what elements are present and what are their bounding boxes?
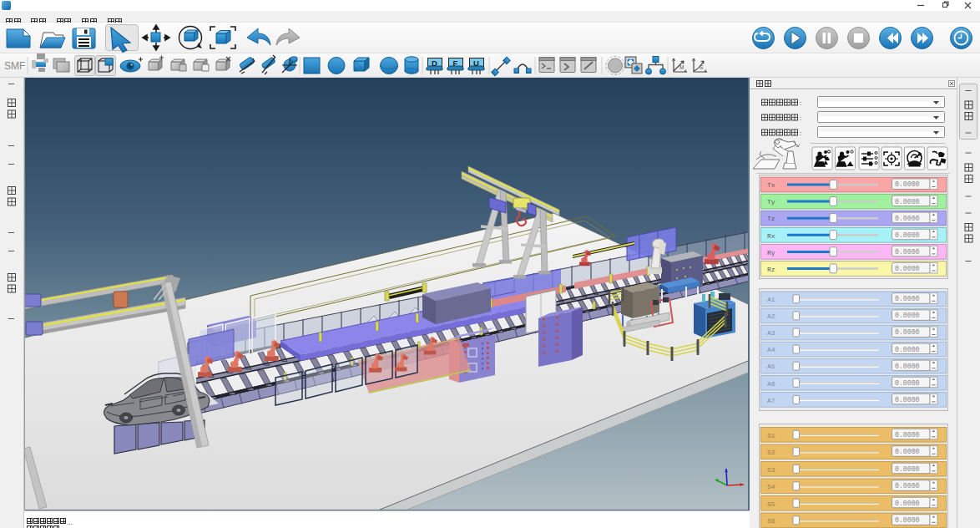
svg-text:0.0000: 0.0000 [895, 379, 920, 387]
svg-text:M: M [679, 64, 684, 70]
svg-text:A7: A7 [767, 397, 775, 404]
svg-text:F: F [453, 58, 458, 68]
svg-text:0.0000: 0.0000 [895, 482, 920, 490]
svg-text:0.0000: 0.0000 [895, 465, 920, 473]
svg-text:S3: S3 [767, 466, 775, 474]
svg-text:0.0000: 0.0000 [895, 198, 920, 206]
svg-text:0.0000: 0.0000 [895, 431, 920, 439]
svg-text:0.0000: 0.0000 [895, 346, 920, 353]
svg-text:S4: S4 [767, 483, 775, 490]
svg-text:A2: A2 [767, 312, 775, 320]
svg-text:D: D [432, 58, 437, 68]
svg-text:0.0000: 0.0000 [895, 396, 920, 404]
svg-text:SMF: SMF [4, 60, 25, 72]
svg-text:S1: S1 [767, 432, 775, 439]
svg-text:Ty: Ty [767, 198, 775, 206]
svg-text:0.0000: 0.0000 [895, 265, 920, 272]
svg-text:A6: A6 [767, 380, 775, 388]
svg-text:A4: A4 [767, 346, 775, 353]
svg-text:S5: S5 [767, 500, 775, 508]
svg-text:Ry: Ry [767, 249, 775, 256]
svg-text:Rx: Rx [767, 232, 775, 240]
svg-text:0.0000: 0.0000 [895, 231, 920, 239]
svg-text:A5: A5 [767, 363, 775, 370]
svg-text::: : [800, 99, 801, 107]
svg-text:0.0000: 0.0000 [895, 312, 920, 319]
svg-text:0.0000: 0.0000 [895, 328, 920, 336]
svg-text:S2: S2 [767, 449, 775, 456]
svg-text:A3: A3 [767, 329, 775, 337]
svg-text:Tx: Tx [767, 181, 775, 189]
svg-text:0.0000: 0.0000 [895, 363, 920, 370]
svg-text:0.0000: 0.0000 [895, 448, 920, 455]
svg-text:0.0000: 0.0000 [895, 516, 920, 524]
svg-text:0.0000: 0.0000 [895, 215, 920, 222]
svg-text:0.0000: 0.0000 [895, 248, 920, 256]
svg-text:Rz: Rz [767, 266, 775, 273]
svg-text:0.0000: 0.0000 [895, 500, 920, 507]
svg-text::: : [800, 129, 801, 137]
svg-text:0.0000: 0.0000 [895, 180, 920, 188]
svg-text:A1: A1 [767, 296, 775, 303]
svg-text:Tz: Tz [767, 215, 775, 222]
svg-text:S: S [700, 64, 704, 70]
svg-text:U: U [473, 58, 479, 68]
svg-text:0.0000: 0.0000 [895, 295, 920, 302]
svg-text:S6: S6 [767, 517, 775, 525]
svg-text::: : [800, 114, 801, 122]
